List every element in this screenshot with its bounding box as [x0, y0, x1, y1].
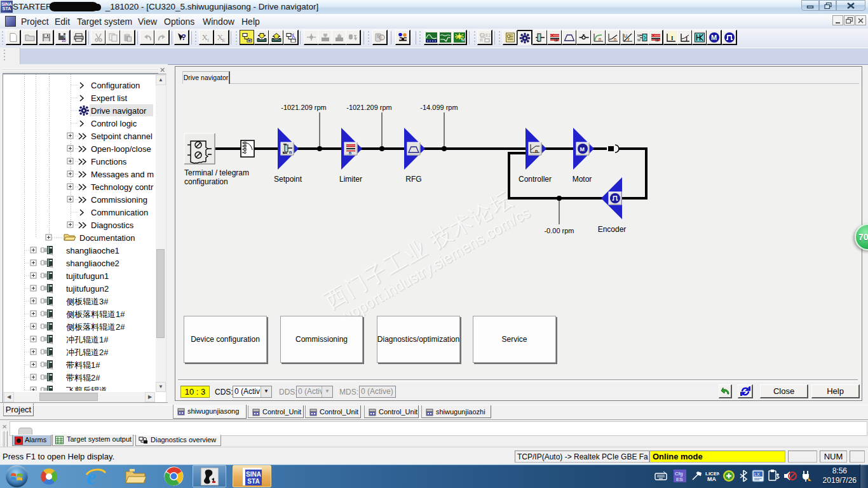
- svg-text:M: M: [554, 38, 557, 41]
- svg-text:Motor: Motor: [573, 175, 592, 184]
- svg-text:Cfg: Cfg: [675, 471, 682, 477]
- svg-text:带料辊2#: 带料辊2#: [66, 373, 100, 383]
- svg-text:I: I: [207, 37, 208, 42]
- svg-text:-1021.209 rpm: -1021.209 rpm: [346, 104, 392, 111]
- svg-text:MA: MA: [707, 476, 716, 482]
- svg-text:shangliaoche1: shangliaoche1: [66, 246, 119, 255]
- svg-text:Drive navigator: Drive navigator: [91, 106, 147, 116]
- svg-text:M: M: [655, 38, 658, 41]
- svg-text:n: n: [614, 37, 616, 41]
- svg-text:Open-loop/close: Open-loop/close: [91, 144, 151, 154]
- svg-text:E: E: [222, 37, 225, 42]
- svg-text:Expert list: Expert list: [91, 93, 127, 103]
- svg-text:Setpoint: Setpoint: [274, 175, 302, 184]
- svg-text:n: n: [599, 37, 601, 41]
- svg-text:LX: LX: [754, 472, 760, 477]
- svg-text:10: 10: [62, 39, 66, 43]
- svg-text:tujitufugun1: tujitufugun1: [66, 271, 109, 281]
- svg-text:RFG: RFG: [405, 175, 421, 184]
- svg-text:Messages and m: Messages and m: [91, 170, 154, 179]
- svg-text:n: n: [535, 149, 538, 153]
- svg-text:01: 01: [64, 34, 68, 38]
- svg-text:tujitufugun2: tujitufugun2: [66, 284, 109, 294]
- svg-text:Controller: Controller: [519, 175, 552, 184]
- svg-text:M: M: [637, 37, 641, 41]
- svg-text:-1021.209 rpm: -1021.209 rpm: [281, 104, 327, 111]
- svg-text:I: I: [671, 35, 674, 41]
- svg-text:ES: ES: [676, 477, 683, 482]
- svg-text:-14.099 rpm: -14.099 rpm: [420, 104, 458, 111]
- svg-text:R: R: [480, 38, 483, 43]
- svg-text:M: M: [711, 34, 717, 41]
- svg-text:带料辊1#: 带料辊1#: [66, 360, 100, 370]
- svg-text:M: M: [580, 146, 585, 152]
- svg-text:Configuration: Configuration: [91, 81, 140, 90]
- svg-text:Communication: Communication: [91, 208, 148, 217]
- svg-text:Diagnostics: Diagnostics: [91, 220, 134, 230]
- svg-text:Terminal / telegram: Terminal / telegram: [184, 168, 249, 177]
- svg-text:i: i: [381, 35, 383, 41]
- svg-text:n: n: [289, 150, 292, 154]
- svg-text:Limiter: Limiter: [339, 175, 362, 184]
- svg-text:shangliaoche2: shangliaoche2: [66, 259, 119, 268]
- svg-text:Control logic: Control logic: [91, 119, 137, 128]
- svg-text:?: ?: [181, 32, 186, 42]
- svg-text:n: n: [349, 151, 351, 155]
- svg-text:-0.00 rpm: -0.00 rpm: [544, 227, 574, 234]
- svg-text:飞剪后辊道: 飞剪后辊道: [66, 386, 107, 391]
- svg-text:E2: E2: [485, 33, 491, 37]
- svg-text:侧板落料辊道2#: 侧板落料辊道2#: [66, 322, 125, 332]
- svg-text:configuration: configuration: [184, 177, 228, 186]
- svg-text:冲孔辊道2#: 冲孔辊道2#: [66, 348, 109, 357]
- svg-text:侧板辊道3#: 侧板辊道3#: [66, 297, 109, 306]
- svg-text:Functions: Functions: [91, 157, 127, 166]
- svg-text:Commissioning: Commissioning: [91, 195, 147, 205]
- svg-text:冲孔辊道1#: 冲孔辊道1#: [66, 335, 109, 344]
- svg-text:I: I: [686, 36, 688, 42]
- svg-text:M: M: [461, 37, 465, 42]
- svg-text:Encoder: Encoder: [598, 225, 627, 234]
- svg-text:Setpoint channel: Setpoint channel: [91, 132, 153, 141]
- svg-text:侧板落料辊道1#: 侧板落料辊道1#: [66, 309, 125, 319]
- svg-text:Documentation: Documentation: [79, 233, 135, 243]
- svg-text:U: U: [624, 34, 627, 38]
- svg-text:Technology contr: Technology contr: [91, 182, 154, 192]
